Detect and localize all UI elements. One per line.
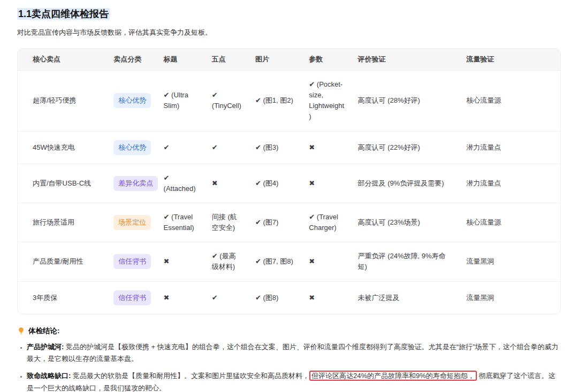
table-row: 45W快速充电 核心优势 ✔ ✔ ✔ (图3) ✖ 高度认可 (22%好评) 潜… — [18, 131, 560, 164]
cell-review: 高度认可 (23%场景) — [352, 203, 460, 242]
page-title: 1.1卖点四维体检报告 — [17, 7, 561, 20]
cell-review: 高度认可 (22%好评) — [352, 131, 460, 164]
cell-params: ✔ (Travel Charger) — [302, 203, 351, 242]
cell-five-points: ✖ — [206, 164, 249, 203]
col-header-title: 标题 — [157, 49, 206, 71]
conclusion-section: 体检结论: 产品护城河: 竞品的护城河是【极致便携 + 快速充电】的组合拳，这个… — [17, 326, 561, 392]
cell-params: ✔ (Pocket-size, Lightweight) — [302, 71, 351, 132]
cell-five-points: 间接 (航空安全) — [206, 203, 249, 242]
cell-category: 场景定位 — [107, 203, 157, 242]
cell-selling-point: 3年质保 — [18, 281, 107, 314]
cell-category: 信任背书 — [107, 281, 157, 314]
table-header-row: 核心卖点 卖点分类 标题 五点 图片 参数 评价验证 流量验证 — [18, 49, 560, 71]
lightbulb-icon — [17, 327, 25, 335]
cell-selling-point: 产品质量/耐用性 — [18, 242, 107, 281]
cell-traffic: 核心流量源 — [460, 203, 560, 242]
cell-title: ✔ — [157, 131, 206, 164]
col-header-review-validation: 评价验证 — [352, 49, 460, 71]
cell-images: ✔ (图7) — [249, 203, 302, 242]
col-header-category: 卖点分类 — [107, 49, 157, 71]
cell-params: ✖ — [302, 281, 351, 314]
page-subtitle: 对比竞品宣传内容与市场反馈数据，评估其真实竞争力及短板。 — [17, 28, 561, 37]
cell-params: ✖ — [302, 164, 351, 203]
conclusion-heading: 体检结论: — [17, 326, 561, 336]
table-row: 超薄/轻巧便携 核心优势 ✔ (Ultra Slim) ✔ (TinyCell)… — [18, 71, 560, 132]
category-badge: 差异化卖点 — [113, 176, 158, 191]
cell-selling-point: 45W快速充电 — [18, 131, 107, 164]
page-title-text: 1.1卖点四维体检报告 — [17, 8, 110, 20]
report-page: 1.1卖点四维体检报告 对比竞品宣传内容与市场反馈数据，评估其真实竞争力及短板。… — [0, 0, 578, 392]
col-header-core-selling-point: 核心卖点 — [18, 49, 107, 71]
conclusion-list: 产品护城河: 竞品的护城河是【极致便携 + 快速充电】的组合拳，这个组合在文案、… — [20, 341, 561, 392]
cell-review: 部分提及 (9%负评提及需要) — [352, 164, 460, 203]
cell-review: 严重负评 (24%故障, 9%寿命短) — [352, 242, 460, 281]
cell-title: ✖ — [157, 242, 206, 281]
cell-category: 核心优势 — [107, 131, 157, 164]
col-header-traffic-validation: 流量验证 — [460, 49, 560, 71]
cell-images: ✔ (图1, 图2) — [249, 71, 302, 132]
cell-review: 未被广泛提及 — [352, 281, 460, 314]
cell-title: ✔ (Travel Essential) — [157, 203, 206, 242]
col-header-five-points: 五点 — [206, 49, 249, 71]
cell-selling-point: 内置/自带USB-C线 — [18, 164, 107, 203]
cell-category: 信任背书 — [107, 242, 157, 281]
bullet-lead: 产品护城河: — [27, 343, 64, 351]
cell-params: ✖ — [302, 242, 351, 281]
col-header-images: 图片 — [249, 49, 302, 71]
table-row: 产品质量/耐用性 信任背书 ✖ ✔ (最高级材料) ✔ (图7, 图8) ✖ 严… — [18, 242, 560, 281]
cell-title: ✖ — [157, 281, 206, 314]
bullet-text: 竞品的护城河是【极致便携 + 快速充电】的组合拳，这个组合在文案、图片、评价和流… — [27, 343, 558, 363]
cell-five-points: ✔ — [206, 281, 249, 314]
cell-traffic: 潜力流量点 — [460, 131, 560, 164]
cell-title: ✔ (Attached) — [157, 164, 206, 203]
red-annotation-box: 但评论区高达24%的产品故障率和9%的寿命短抱怨， — [309, 371, 477, 381]
category-badge: 核心优势 — [113, 93, 151, 108]
cell-images: ✔ (图7, 图8) — [249, 242, 302, 281]
cell-title: ✔ (Ultra Slim) — [157, 71, 206, 132]
selling-point-table: 核心卖点 卖点分类 标题 五点 图片 参数 评价验证 流量验证 超薄/轻巧便携 … — [17, 48, 561, 314]
bullet-text: 竞品最大的软肋是【质量和耐用性】。文案和图片里猛吹安全和高品质材料， — [71, 372, 309, 380]
cell-images: ✔ (图4) — [249, 164, 302, 203]
table-row: 3年质保 信任背书 ✖ ✔ ✔ (图8) ✖ 未被广泛提及 流量黑洞 — [18, 281, 560, 314]
cell-five-points: ✔ (TinyCell) — [206, 71, 249, 132]
cell-five-points: ✔ — [206, 131, 249, 164]
bullet-lead: 致命战略缺口: — [27, 372, 71, 380]
category-badge: 信任背书 — [113, 290, 151, 305]
cell-selling-point: 旅行场景适用 — [18, 203, 107, 242]
category-badge: 核心优势 — [113, 140, 151, 155]
cell-traffic: 潜力流量点 — [460, 164, 560, 203]
cell-five-points: ✔ (最高级材料) — [206, 242, 249, 281]
cell-images: ✔ (图3) — [249, 131, 302, 164]
conclusion-bullet-moat: 产品护城河: 竞品的护城河是【极致便携 + 快速充电】的组合拳，这个组合在文案、… — [27, 341, 561, 366]
category-badge: 信任背书 — [113, 254, 151, 269]
table-row: 旅行场景适用 场景定位 ✔ (Travel Essential) 间接 (航空安… — [18, 203, 560, 242]
col-header-params: 参数 — [302, 49, 351, 71]
conclusion-title: 体检结论: — [28, 326, 60, 336]
cell-images: ✔ (图8) — [249, 281, 302, 314]
conclusion-bullet-strategic-gap: 致命战略缺口: 竞品最大的软肋是【质量和耐用性】。文案和图片里猛吹安全和高品质材… — [27, 370, 561, 392]
cell-traffic: 流量黑洞 — [460, 281, 560, 314]
cell-params: ✖ — [302, 131, 351, 164]
cell-traffic: 流量黑洞 — [460, 242, 560, 281]
cell-selling-point: 超薄/轻巧便携 — [18, 71, 107, 132]
cell-review: 高度认可 (28%好评) — [352, 71, 460, 132]
category-badge: 场景定位 — [113, 215, 151, 230]
cell-category: 核心优势 — [107, 71, 157, 132]
table-row: 内置/自带USB-C线 差异化卖点 ✔ (Attached) ✖ ✔ (图4) … — [18, 164, 560, 203]
cell-traffic: 核心流量源 — [460, 71, 560, 132]
cell-category: 差异化卖点 — [107, 164, 157, 203]
